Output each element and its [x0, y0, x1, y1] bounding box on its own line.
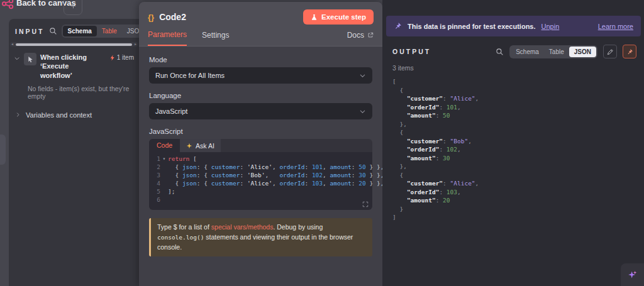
code-line: },: [392, 162, 644, 171]
code-line: "amount": 20: [392, 196, 644, 205]
output-search-icon[interactable]: [496, 48, 504, 56]
editor-label: JavaScript: [149, 128, 372, 135]
pin-data-button[interactable]: [623, 45, 636, 58]
external-link-icon: [367, 32, 374, 38]
input-empty-message: No fields - item(s) exist, but they're e…: [9, 82, 139, 104]
output-tab-table[interactable]: Table: [544, 47, 569, 57]
code-line: "customer": "Bob",: [392, 137, 644, 146]
mode-select[interactable]: Run Once for All Items: [149, 67, 372, 84]
code-line: 5];: [149, 187, 372, 195]
input-search-icon[interactable]: [49, 27, 57, 35]
code-line: },: [392, 120, 644, 129]
bolt-icon: [109, 55, 116, 61]
code-line: "orderId": 101,: [392, 103, 644, 112]
flask-icon: [311, 14, 318, 21]
code-line: ]: [392, 213, 644, 222]
manual-trigger-icon: [24, 53, 36, 65]
scrollbar-thumb[interactable]: [16, 43, 132, 46]
code-line: "orderId": 103,: [392, 188, 644, 197]
ai-assistant-button[interactable]: [621, 263, 644, 286]
code-line: 3 { json: { customer: 'Bob', orderId: 10…: [149, 171, 372, 179]
output-panel: This data is pinned for test executions.…: [382, 0, 644, 286]
chevron-down-icon: [359, 72, 366, 79]
canvas-topbar: Back to canvas: [0, 0, 139, 19]
mode-label: Mode: [149, 56, 372, 63]
code-line: {: [392, 128, 644, 137]
pinned-banner-text: This data is pinned for test executions.: [408, 23, 536, 30]
item-count-badge: 1 item: [109, 53, 134, 61]
variables-context-label: Variables and context: [26, 111, 92, 119]
input-panel-title: INPUT: [15, 28, 45, 35]
variables-context-row[interactable]: Variables and context: [9, 104, 139, 126]
code-line: {: [392, 171, 644, 180]
editor-hint: Type $ for a list of special vars/method…: [149, 218, 372, 256]
node-editor-panel: {} Code2 Execute step Parameters Setting…: [139, 2, 382, 286]
pin-icon: [394, 22, 402, 30]
docs-link[interactable]: Docs: [347, 31, 374, 45]
scrollbar-left-arrow[interactable]: ◂: [11, 42, 13, 47]
chevron-down-icon: [359, 108, 366, 115]
language-label: Language: [149, 92, 372, 99]
tab-parameters[interactable]: Parameters: [148, 30, 187, 46]
input-tab-schema[interactable]: Schema: [63, 26, 97, 36]
learn-more-link[interactable]: Learn more: [598, 23, 633, 30]
sparkle-icon: [186, 143, 192, 149]
code-line: "orderId": 102,: [392, 145, 644, 154]
code-line: "amount": 50: [392, 111, 644, 120]
collapse-chevron-down-icon[interactable]: [14, 53, 20, 62]
code-line: "amount": 30: [392, 154, 644, 163]
code-line: Type $ for a list of special vars/method…: [157, 223, 353, 251]
add-node-button[interactable]: [64, 0, 82, 15]
code-line: [: [392, 77, 644, 86]
editor-tab-ask-ai[interactable]: Ask AI: [180, 139, 221, 152]
execute-step-button[interactable]: Execute step: [303, 9, 374, 25]
code-line: "customer": "Alice",: [392, 179, 644, 188]
input-panel: INPUT Schema Table JSON ◂ ▸ When clickin…: [9, 19, 139, 286]
editor-tabs: Code Ask AI: [149, 139, 372, 152]
chevron-right-icon: [15, 112, 21, 118]
code-line: "customer": "Alice",: [392, 94, 644, 103]
trigger-node-label: When clicking ‘Execute workflow’: [40, 53, 106, 80]
output-tab-schema[interactable]: Schema: [511, 47, 544, 57]
editor-tab-code[interactable]: Code: [149, 139, 180, 152]
unpin-link[interactable]: Unpin: [541, 23, 560, 30]
output-items-count: 3 items: [392, 64, 644, 72]
input-trigger-node-row[interactable]: When clicking ‘Execute workflow’ 1 item: [9, 47, 139, 82]
code-line: {: [392, 86, 644, 95]
code-line: 2 { json: { customer: 'Alice', orderId: …: [149, 163, 372, 171]
n8n-logo-icon: [1, 0, 15, 11]
output-json-viewer[interactable]: [ { "customer": "Alice", "orderId": 101,…: [392, 77, 644, 222]
pinned-data-banner: This data is pinned for test executions.…: [386, 16, 641, 36]
code-line: 4 { json: { customer: 'Alice', orderId: …: [149, 179, 372, 187]
code-node-icon: {}: [148, 13, 154, 22]
node-header: {} Code2 Execute step Parameters Setting…: [139, 2, 382, 47]
code-line: 6: [149, 195, 372, 204]
panel-drag-handle[interactable]: [0, 135, 6, 165]
node-title: Code2: [159, 12, 186, 22]
edit-output-button[interactable]: [603, 45, 617, 58]
output-view-tabs: Schema Table JSON: [509, 45, 597, 58]
output-tab-json[interactable]: JSON: [569, 47, 596, 57]
code-editor[interactable]: 1▾return [2 { json: { customer: 'Alice',…: [149, 152, 372, 210]
tab-settings[interactable]: Settings: [202, 31, 229, 45]
input-tab-table[interactable]: Table: [97, 26, 122, 36]
scrollbar-right-arrow[interactable]: ▸: [135, 42, 136, 47]
code-line: 1▾return [: [149, 155, 372, 163]
code-line: }: [392, 205, 644, 214]
expand-editor-icon[interactable]: [362, 201, 369, 207]
language-select[interactable]: JavaScript: [149, 103, 372, 119]
input-horizontal-scrollbar[interactable]: ◂ ▸: [10, 42, 138, 47]
output-panel-title: OUTPUT: [392, 48, 431, 55]
input-view-tabs: Schema Table JSON: [62, 25, 150, 38]
